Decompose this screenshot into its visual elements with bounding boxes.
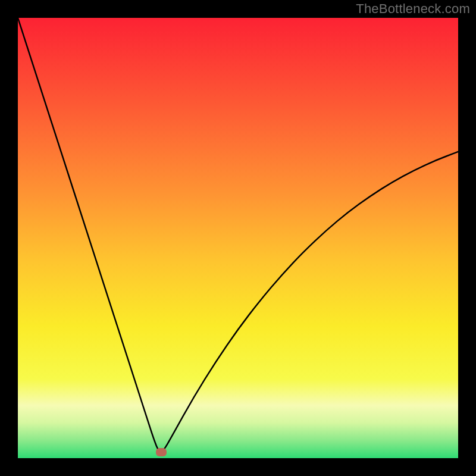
plot-area <box>18 18 458 458</box>
chart-frame: TheBottleneck.com <box>0 0 476 476</box>
watermark-text: TheBottleneck.com <box>356 1 470 17</box>
chart-svg <box>18 18 458 458</box>
optimal-point-marker <box>156 448 167 456</box>
gradient-rect <box>18 18 458 458</box>
